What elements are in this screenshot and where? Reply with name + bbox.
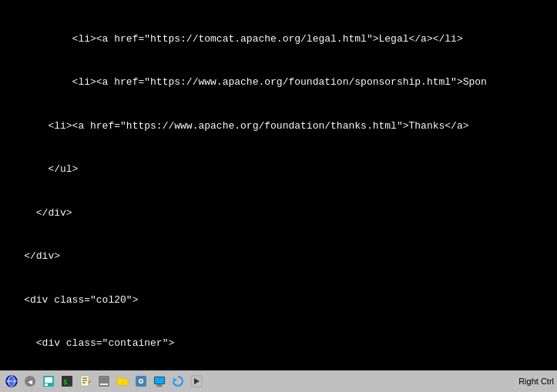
terminal-line: </ul> [0,162,557,177]
window-manager-icon[interactable] [40,373,57,390]
svg-point-18 [140,380,143,383]
taskbar-right-area: Right Ctrl [515,377,554,386]
svg-rect-22 [156,386,163,387]
terminal-line: <div class="container"> [0,337,557,351]
right-ctrl-label: Right Ctrl [518,377,554,386]
svg-text:$_: $_ [63,378,72,386]
taskbar: ◀ $_ [0,370,557,392]
svg-rect-21 [157,384,162,386]
back-icon[interactable]: ◀ [22,373,39,390]
terminal-output: <li><a href="https://tomcat.apache.org/l… [0,0,557,392]
terminal-line: </div> [0,250,557,264]
monitor-icon[interactable] [151,373,168,390]
folder-icon[interactable] [114,373,131,390]
svg-rect-7 [45,384,48,386]
edit-icon[interactable] [77,373,94,390]
svg-rect-20 [155,377,164,384]
svg-rect-15 [100,384,108,385]
terminal-line: <li><a href="https://www.apache.org/foun… [0,75,557,90]
terminal-line: <li><a href="https://tomcat.apache.org/l… [0,32,557,47]
terminal-line: <li><a href="https://www.apache.org/foun… [0,119,557,134]
svg-text:◀: ◀ [28,378,32,387]
terminal-line: <div class="col20"> [0,293,557,308]
terminal-line: </div> [0,206,557,221]
minimize-all-icon[interactable] [96,373,112,390]
arrow-right-icon[interactable] [188,373,205,390]
svg-rect-6 [45,377,52,383]
svg-marker-23 [173,378,177,382]
network-icon[interactable] [3,373,20,390]
refresh-icon[interactable] [169,373,186,390]
settings-icon[interactable] [133,373,149,390]
terminal-icon[interactable]: $_ [59,373,75,390]
